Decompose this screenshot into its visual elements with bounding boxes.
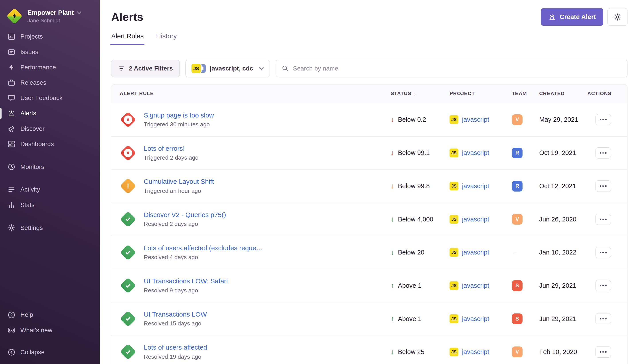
check-icon bbox=[124, 249, 132, 256]
stats-bar-chart-icon bbox=[8, 201, 16, 209]
table-header: Alert Rule Status↓ Project Team Created … bbox=[111, 84, 627, 103]
search-box bbox=[276, 60, 627, 77]
project-link[interactable]: javascript bbox=[462, 348, 489, 356]
alert-rule-subtitle: Resolved 2 days ago bbox=[144, 220, 226, 228]
status-cell: ↓Below 25 bbox=[391, 348, 450, 356]
dashboards-icon bbox=[8, 140, 16, 148]
sidebar-item-monitors[interactable]: Monitors bbox=[0, 159, 100, 174]
row-actions-button[interactable] bbox=[595, 247, 611, 258]
primary-nav: Projects Issues Performance Releases Use… bbox=[0, 29, 100, 236]
column-header-created: Created bbox=[539, 91, 587, 96]
row-actions-button[interactable] bbox=[595, 148, 611, 158]
create-alert-button[interactable]: Create Alert bbox=[541, 8, 603, 26]
page-header: Alerts Create Alert bbox=[111, 0, 627, 26]
table-row: UI Transactions LOW Resolved 15 days ago… bbox=[111, 302, 627, 336]
alert-rule-link[interactable]: Cumulative Layout Shift bbox=[144, 178, 214, 185]
project-cell: JSjavascript bbox=[450, 215, 512, 224]
status-cell: ↓Below 99.1 bbox=[391, 149, 450, 156]
header-actions: Create Alert bbox=[541, 8, 627, 26]
status-value: Below 99.1 bbox=[398, 149, 430, 156]
sidebar-item-label: Projects bbox=[21, 33, 43, 40]
trend-arrow-icon: ↑ bbox=[391, 282, 394, 289]
search-input[interactable] bbox=[293, 65, 621, 72]
sidebar-item-label: Activity bbox=[21, 186, 40, 193]
created-date: Jun 29, 2021 bbox=[539, 282, 587, 289]
sidebar-item-releases[interactable]: Releases bbox=[0, 75, 100, 90]
collapse-chevron-icon bbox=[8, 348, 16, 356]
team-avatar: S bbox=[512, 280, 523, 291]
chevron-down-icon bbox=[77, 11, 81, 14]
sidebar-item-projects[interactable]: Projects bbox=[0, 29, 100, 44]
alert-rule-link[interactable]: UI Transactions LOW bbox=[144, 310, 207, 318]
row-actions-button[interactable] bbox=[595, 280, 611, 291]
sidebar-item-issues[interactable]: Issues bbox=[0, 44, 100, 60]
tab-history[interactable]: History bbox=[156, 32, 177, 45]
column-header-team: Team bbox=[512, 91, 539, 96]
project-link[interactable]: javascript bbox=[462, 182, 489, 190]
ellipsis-icon bbox=[600, 285, 607, 286]
project-link[interactable]: javascript bbox=[462, 282, 489, 289]
projects-icon bbox=[8, 33, 16, 41]
org-switcher[interactable]: Empower Plant Jane Schmidt bbox=[0, 6, 100, 29]
row-actions-button[interactable] bbox=[595, 214, 611, 225]
sidebar-item-discover[interactable]: Discover bbox=[0, 121, 100, 136]
alert-rule-link[interactable]: UI Transactions LOW: Safari bbox=[144, 277, 228, 285]
check-icon bbox=[124, 348, 132, 356]
tab-alert-rules[interactable]: Alert Rules bbox=[111, 32, 144, 45]
sidebar-item-whats-new[interactable]: What's new bbox=[0, 322, 100, 338]
alert-rule-link[interactable]: Lots of users affected (excludes reque… bbox=[144, 244, 263, 252]
sidebar: Empower Plant Jane Schmidt Projects Issu… bbox=[0, 0, 100, 364]
row-actions-button[interactable] bbox=[595, 114, 611, 125]
alert-rule-link[interactable]: Lots of errors! bbox=[144, 145, 198, 152]
sidebar-item-dashboards[interactable]: Dashboards bbox=[0, 136, 100, 152]
user-feedback-icon bbox=[8, 94, 16, 102]
project-filter-dropdown[interactable]: JS javascript, cdc bbox=[185, 60, 270, 77]
team-avatar: V bbox=[512, 114, 523, 125]
ellipsis-icon bbox=[600, 185, 607, 187]
nav-spacer bbox=[0, 152, 100, 159]
row-actions-button[interactable] bbox=[595, 346, 611, 357]
team-avatar: S bbox=[512, 314, 523, 324]
active-filters-button[interactable]: 2 Active Filters bbox=[111, 60, 180, 77]
team-avatar: R bbox=[512, 181, 523, 192]
table-row: Lots of users affected Resolved 19 days … bbox=[111, 335, 627, 364]
project-badge-stack: JS bbox=[191, 64, 206, 73]
column-header-status[interactable]: Status↓ bbox=[391, 90, 450, 97]
status-value: Below 99.8 bbox=[398, 182, 430, 190]
sidebar-item-alerts[interactable]: Alerts bbox=[0, 106, 100, 121]
alert-rule-link[interactable]: Discover V2 - Queries p75() bbox=[144, 211, 226, 218]
alert-rule-link[interactable]: Lots of users affected bbox=[144, 344, 207, 351]
active-filters-label: 2 Active Filters bbox=[129, 65, 173, 72]
ellipsis-icon bbox=[600, 152, 607, 154]
sidebar-item-user-feedback[interactable]: User Feedback bbox=[0, 90, 100, 106]
project-link[interactable]: javascript bbox=[462, 315, 489, 322]
sidebar-item-stats[interactable]: Stats bbox=[0, 197, 100, 212]
sidebar-item-performance[interactable]: Performance bbox=[0, 60, 100, 75]
row-actions-button[interactable] bbox=[595, 180, 611, 192]
alert-rule-link[interactable]: Signup page is too slow bbox=[144, 112, 214, 119]
project-link[interactable]: javascript bbox=[462, 216, 489, 223]
sidebar-item-help[interactable]: ? Help bbox=[0, 307, 100, 322]
row-actions-button[interactable] bbox=[595, 313, 611, 324]
resolved-alert-icon bbox=[120, 211, 136, 228]
sidebar-item-settings[interactable]: Settings bbox=[0, 220, 100, 236]
sidebar-item-label: Stats bbox=[21, 202, 35, 208]
table-body: Signup page is too slow Triggered 30 min… bbox=[111, 103, 627, 364]
project-link[interactable]: javascript bbox=[462, 116, 489, 123]
javascript-platform-icon: JS bbox=[450, 182, 458, 190]
alerts-settings-button[interactable] bbox=[607, 8, 627, 26]
activity-icon bbox=[8, 186, 16, 194]
chevron-down-icon bbox=[259, 67, 264, 70]
sidebar-item-activity[interactable]: Activity bbox=[0, 182, 100, 197]
project-link[interactable]: javascript bbox=[462, 249, 489, 256]
project-link[interactable]: javascript bbox=[462, 149, 489, 156]
status-cell: ↓Below 20 bbox=[391, 249, 450, 256]
sidebar-collapse-button[interactable]: Collapse bbox=[0, 344, 100, 360]
column-header-project: Project bbox=[450, 91, 512, 96]
gear-icon bbox=[8, 224, 16, 232]
help-icon: ? bbox=[8, 311, 16, 319]
table-row: Signup page is too slow Triggered 30 min… bbox=[111, 103, 627, 136]
alert-rule-subtitle: Triggered an hour ago bbox=[144, 188, 214, 194]
flame-icon bbox=[124, 116, 132, 124]
created-date: May 29, 2021 bbox=[539, 116, 587, 123]
